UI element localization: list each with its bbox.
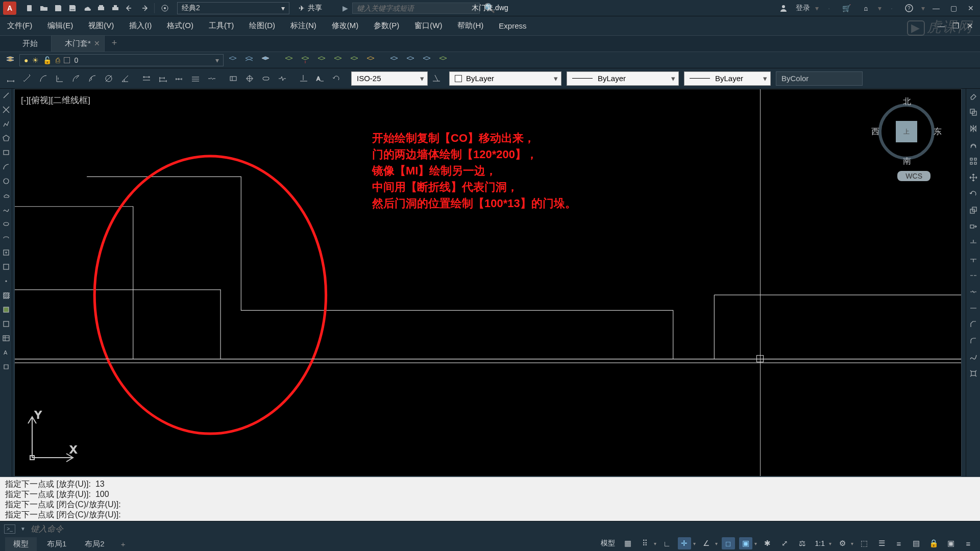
tolerance-icon[interactable] [226, 70, 241, 87]
revcloud-tool-icon[interactable] [2, 191, 11, 200]
units-icon[interactable]: ≡ [892, 537, 905, 549]
customization-icon[interactable]: ≡ [962, 537, 975, 549]
extend-icon[interactable] [968, 254, 978, 264]
menu-window[interactable]: 窗口(W) [412, 18, 444, 34]
new-icon[interactable] [23, 2, 36, 14]
layout-2[interactable]: 布局2 [77, 537, 112, 551]
erase-icon[interactable] [968, 91, 978, 101]
dimstyle-manager-icon[interactable] [429, 70, 444, 87]
polyline-tool-icon[interactable] [2, 119, 11, 129]
dim-diameter-icon[interactable] [101, 70, 116, 87]
tab-current-drawing[interactable]: 木门套* ✕ [52, 36, 105, 52]
menu-file[interactable]: 文件(F) [5, 18, 34, 34]
color-dropdown[interactable]: ByLayer ▾ [449, 71, 561, 86]
move-icon[interactable] [968, 172, 978, 183]
layer-iso-icon[interactable] [226, 53, 240, 67]
layer-tool-2[interactable] [298, 53, 312, 67]
print-icon[interactable] [109, 2, 121, 14]
lock-ui-icon[interactable]: 🔒 [927, 537, 940, 549]
polar-icon[interactable]: ✛ [678, 537, 691, 549]
dim-baseline-icon[interactable] [155, 70, 170, 87]
fillet-icon[interactable] [968, 336, 978, 346]
command-input[interactable] [31, 524, 976, 534]
add-tab-button[interactable]: + [105, 35, 125, 52]
dim-linear-icon[interactable] [3, 70, 18, 87]
linetype-dropdown[interactable]: ByLayer ▾ [567, 71, 679, 86]
dim-arc-icon[interactable] [36, 70, 51, 87]
dim-aligned-icon[interactable] [19, 70, 35, 87]
insert-block-icon[interactable] [2, 248, 11, 257]
help-icon[interactable]: ? [903, 2, 915, 14]
layout-model[interactable]: 模型 [5, 537, 37, 551]
ellipse-tool-icon[interactable] [2, 219, 11, 229]
cloud-save-icon[interactable] [81, 2, 93, 14]
layer-state-2[interactable] [403, 53, 418, 67]
line-tool-icon[interactable] [2, 91, 11, 100]
snap-mode-icon[interactable]: ⠿ [639, 537, 652, 549]
iso-view-icon[interactable]: ▣ [944, 537, 958, 549]
command-prompt-icon[interactable]: >_ [4, 524, 15, 534]
dim-edit-icon[interactable] [296, 70, 311, 87]
spline-tool-icon[interactable] [2, 205, 11, 214]
ucs-icon[interactable]: Y X [22, 409, 78, 467]
minimize-button[interactable]: — [931, 3, 941, 13]
workspace-switch-icon[interactable]: ⬚ [857, 537, 871, 549]
xline-tool-icon[interactable] [2, 105, 11, 114]
ellipse-arc-icon[interactable] [2, 234, 11, 243]
menu-edit[interactable]: 编辑(E) [45, 18, 75, 34]
blend-icon[interactable] [968, 352, 978, 362]
dim-angular-icon[interactable] [117, 70, 133, 87]
share-button[interactable]: ✈ 共享 [299, 4, 322, 13]
maximize-button[interactable]: ▢ [948, 3, 959, 13]
array-icon[interactable] [968, 156, 978, 166]
gradient-tool-icon[interactable] [2, 305, 11, 314]
layer-tool-6[interactable] [363, 53, 378, 67]
make-block-icon[interactable] [2, 262, 11, 271]
open-icon[interactable] [38, 2, 50, 14]
drawing-canvas[interactable]: [-][俯视][二维线框] 开始绘制复制【CO】移动出来， 门的两边墙体绘制【1… [14, 89, 962, 477]
layer-tool-4[interactable] [331, 53, 345, 67]
layout-1[interactable]: 布局1 [39, 537, 75, 551]
break-point-icon[interactable] [968, 270, 978, 281]
inspect-icon[interactable] [258, 70, 274, 87]
rotate-icon[interactable] [968, 189, 978, 199]
lineweight-dropdown[interactable]: ByLayer ▾ [684, 71, 771, 86]
scale-icon[interactable] [968, 205, 978, 215]
stretch-icon[interactable] [968, 221, 978, 232]
close-tab-icon[interactable]: ✕ [94, 39, 100, 47]
add-selected-icon[interactable] [2, 362, 11, 371]
anno-scale-icon[interactable]: ⚖ [796, 537, 809, 549]
child-close-icon[interactable]: ✕ [965, 21, 975, 31]
explode-icon[interactable] [968, 368, 978, 379]
layer-tool-1[interactable] [282, 53, 296, 67]
mirror-icon[interactable] [968, 123, 978, 134]
autodesk-app-icon[interactable]: ⩍ [860, 2, 872, 14]
workspace-dropdown[interactable]: 经典2 ▾ [177, 2, 289, 14]
layer-state-1[interactable] [387, 53, 401, 67]
break-icon[interactable] [968, 287, 978, 297]
menu-modify[interactable]: 修改(M) [330, 18, 361, 34]
cart-icon[interactable]: 🛒 [840, 2, 852, 14]
menu-tools[interactable]: 工具(T) [207, 18, 236, 34]
dimstyle-dropdown[interactable]: ISO-25 ▾ [351, 71, 428, 86]
offset-icon[interactable] [968, 140, 978, 150]
dim-quick-icon[interactable] [139, 70, 154, 87]
dim-radius-icon[interactable] [68, 70, 84, 87]
osnap-icon[interactable]: □ [722, 537, 735, 549]
viewcube-top-face[interactable]: 上 [896, 121, 917, 142]
trim-icon[interactable] [968, 238, 978, 248]
gear-icon[interactable]: ⚙ [836, 537, 849, 549]
mtext-tool-icon[interactable]: A [2, 348, 11, 357]
layer-state-4[interactable] [436, 53, 450, 67]
child-minimize-icon[interactable]: — [936, 21, 946, 31]
scale-label[interactable]: 1:1 [813, 539, 827, 547]
viewport-label[interactable]: [-][俯视][二维线框] [21, 94, 90, 106]
anno-visibility-icon[interactable]: ✱ [761, 537, 774, 549]
chevron-down-icon[interactable]: ▼ [20, 526, 26, 532]
polygon-tool-icon[interactable] [2, 134, 11, 143]
quick-props-icon[interactable]: ▤ [910, 537, 923, 549]
menu-dimension[interactable]: 标注(N) [288, 18, 318, 34]
viewcube[interactable]: 上 北 南 东 西 [873, 98, 940, 165]
isodraft-icon[interactable]: ∠ [700, 537, 713, 549]
anno-monitor-icon[interactable]: ☰ [875, 537, 888, 549]
